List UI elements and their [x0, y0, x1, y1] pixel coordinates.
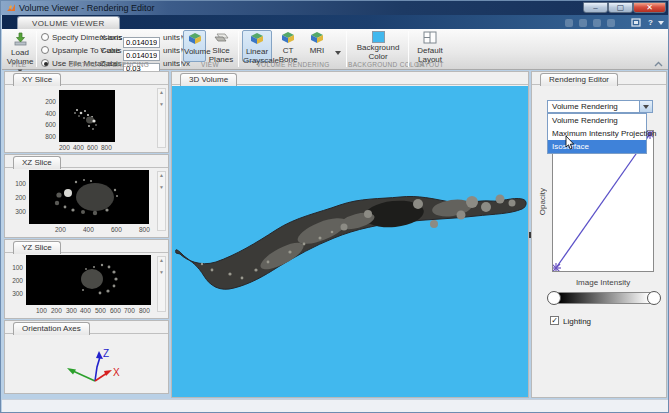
- toolstrip-menu-caret-icon[interactable]: [658, 21, 664, 25]
- yz-slice-panel: YZ Slice 100 200 300 100 200 300 400 500…: [4, 239, 169, 319]
- tab-xy-slice[interactable]: XY Slice: [13, 73, 61, 86]
- slice-planes-label-1: Slice: [212, 46, 229, 55]
- linear-grayscale-cube-icon: [250, 32, 264, 45]
- yz-xtick: 100: [36, 307, 47, 314]
- volume-view-label: Volume: [184, 47, 205, 56]
- combobox-value: Volume Rendering: [552, 102, 618, 111]
- quick-access-icon-3[interactable]: [593, 19, 601, 27]
- load-volume-label-1: Load: [11, 48, 29, 57]
- status-bar: [2, 399, 669, 412]
- xy-xtick: 800: [101, 144, 112, 151]
- xy-ytick: 200: [41, 98, 56, 105]
- yz-slice-tab-row: YZ Slice: [5, 240, 168, 253]
- maximize-icon: ▢: [617, 3, 625, 12]
- default-layout-button[interactable]: Default Layout: [412, 30, 448, 62]
- linear-grayscale-label-1: Linear: [246, 47, 268, 56]
- ribbon-toolbar: Load Volume FILE Specify Dimensions Upsa…: [2, 29, 669, 70]
- mri-button[interactable]: MRI: [304, 30, 330, 62]
- gradient-handle-right[interactable]: [647, 291, 661, 305]
- load-volume-button[interactable]: Load Volume: [6, 31, 34, 61]
- minimize-button[interactable]: –: [583, 2, 608, 13]
- volume-view-button[interactable]: Volume: [183, 30, 206, 62]
- image-intensity-axis-label: Image Intensity: [552, 278, 654, 287]
- rendering-style-combobox[interactable]: Volume Rendering: [547, 100, 653, 113]
- option-volume-rendering[interactable]: Volume Rendering: [548, 114, 646, 127]
- yz-slice-content: [26, 255, 151, 305]
- yz-xtick: 300: [66, 307, 77, 314]
- ribbon-tab-strip: VOLUME VIEWER ?: [2, 15, 669, 29]
- gallery-expand-button[interactable]: [335, 41, 341, 59]
- ribbon-separator: [346, 31, 347, 67]
- yz-ytick: 100: [8, 264, 23, 271]
- quick-access-icon-1[interactable]: [565, 19, 573, 27]
- ct-bone-button[interactable]: CT Bone: [274, 30, 302, 62]
- background-color-label-2: Color: [368, 52, 387, 61]
- gallery-caret-icon: [335, 51, 341, 55]
- section-label-background-color: BACKGROUND COLOR: [348, 61, 408, 68]
- help-icon[interactable]: ?: [648, 18, 653, 27]
- x-axis-letter: X: [113, 367, 120, 378]
- orientation-axes-tab-row: Orientation Axes: [5, 321, 168, 334]
- volume-3d-tab-row: 3D Volume: [172, 72, 528, 85]
- tab-3d-volume[interactable]: 3D Volume: [180, 73, 237, 86]
- yz-ytick: 300: [8, 290, 23, 297]
- xy-slice-tab-row: XY Slice: [5, 72, 168, 85]
- option-isosurface[interactable]: Isosurface: [548, 140, 646, 153]
- slice-planes-button[interactable]: Slice Planes: [207, 30, 235, 62]
- yz-ytick: 200: [8, 277, 23, 284]
- close-button[interactable]: ✕: [633, 2, 666, 13]
- section-label-volume-rendering: VOLUME RENDERING: [240, 61, 346, 68]
- default-layout-label-1: Default: [417, 46, 442, 55]
- background-color-label-1: Background: [357, 43, 400, 52]
- tab-yz-slice[interactable]: YZ Slice: [13, 241, 61, 254]
- tab-orientation-axes[interactable]: Orientation Axes: [13, 322, 90, 335]
- yz-xtick: 400: [80, 307, 91, 314]
- section-label-view: VIEW: [182, 61, 238, 68]
- xz-slice-image[interactable]: [29, 170, 149, 224]
- tab-xz-slice[interactable]: XZ Slice: [13, 156, 61, 169]
- app-logo-icon: [6, 3, 16, 13]
- xz-xtick: 600: [111, 226, 122, 233]
- xy-slice-image[interactable]: [59, 90, 115, 142]
- xz-slice-tab-row: XZ Slice: [5, 155, 168, 168]
- mouse-cursor: [565, 136, 575, 150]
- grayscale-gradient-bar[interactable]: [558, 292, 650, 304]
- xz-scrollbar[interactable]: ▲▼: [157, 171, 166, 231]
- lighting-checkbox[interactable]: ✓: [550, 316, 559, 325]
- ribbon-separator: [408, 31, 409, 67]
- ribbon-separator: [36, 31, 37, 67]
- xz-slice-content: [29, 170, 149, 224]
- maximize-button[interactable]: ▢: [608, 2, 633, 13]
- xy-ytick: 800: [41, 133, 56, 140]
- volume-3d-canvas[interactable]: [172, 86, 528, 397]
- combobox-drop-button[interactable]: [639, 101, 652, 112]
- section-label-spatial: SPATIAL REFERENCING: [38, 61, 180, 68]
- xz-ytick: 300: [11, 208, 26, 215]
- quick-access-icon-2[interactable]: [579, 19, 587, 27]
- collapse-ribbon-icon[interactable]: [654, 61, 663, 67]
- option-maximum-intensity-projection[interactable]: Maximum Intensity Projection: [548, 127, 646, 140]
- y-axis-label: Y-axis: [100, 46, 122, 55]
- yz-xtick: 500: [95, 307, 106, 314]
- gradient-handle-left[interactable]: [547, 291, 561, 305]
- xy-scrollbar[interactable]: ▲▼: [157, 88, 166, 148]
- dock-icon[interactable]: [631, 18, 641, 27]
- yz-xtick: 200: [51, 307, 62, 314]
- title-bar[interactable]: Volume Viewer - Rendering Editor – ▢ ✕: [1, 1, 669, 15]
- linear-grayscale-button[interactable]: Linear Grayscale: [242, 30, 272, 62]
- mri-label: MRI: [304, 46, 330, 55]
- slice-planes-icon: [214, 31, 229, 44]
- yz-xtick: 700: [124, 307, 135, 314]
- xz-xtick: 800: [139, 226, 150, 233]
- mri-cube-icon: [310, 31, 324, 44]
- quick-access-icon-4[interactable]: [607, 19, 615, 27]
- yz-slice-image[interactable]: [26, 255, 151, 305]
- orientation-axes-glyph[interactable]: Z X: [55, 343, 125, 389]
- xy-ytick: 400: [41, 110, 56, 117]
- radio-icon: [41, 46, 49, 54]
- combobox-caret-icon: [643, 105, 649, 109]
- yz-scrollbar[interactable]: ▲▼: [157, 256, 166, 312]
- background-color-button[interactable]: Background Color: [354, 30, 402, 62]
- tab-rendering-editor[interactable]: Rendering Editor: [540, 73, 618, 86]
- tab-volume-viewer[interactable]: VOLUME VIEWER: [17, 16, 120, 29]
